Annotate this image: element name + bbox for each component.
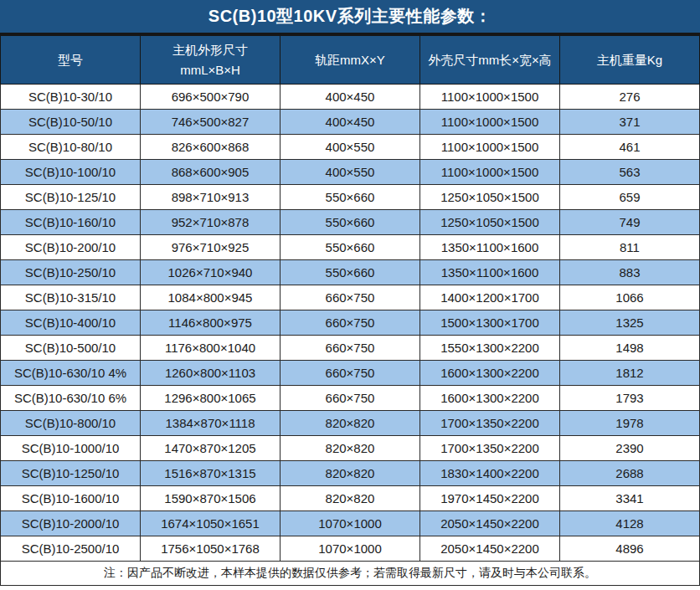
cell-shell-dimensions: 1250×1050×1500 [420, 185, 560, 210]
cell-weight: 4896 [560, 536, 700, 562]
cell-main-unit-dimensions: 1590×870×1506 [141, 486, 281, 511]
cell-model: SC(B)10-500/10 [1, 336, 141, 361]
table-row: SC(B)10-160/10952×710×878550×6601250×105… [1, 210, 700, 235]
column-header-label: 轨距mmX×Y [315, 53, 385, 67]
spec-sheet-page: SC(B)10型10KV系列主要性能参数： 型号 主机外形尺寸 mmL×B×H … [0, 0, 700, 590]
cell-weight: 659 [560, 185, 700, 210]
cell-rail-gauge: 1070×1000 [281, 536, 420, 562]
column-header-weight: 主机重量Kg [560, 36, 700, 85]
cell-weight: 1812 [560, 361, 700, 386]
column-header-sublabel: mmL×B×H [141, 60, 280, 80]
table-header: 型号 主机外形尺寸 mmL×B×H 轨距mmX×Y 外壳尺寸mm长×宽×高 主机… [1, 36, 700, 85]
cell-main-unit-dimensions: 1176×800×1040 [141, 336, 281, 361]
cell-rail-gauge: 550×660 [281, 210, 420, 235]
table-row: SC(B)10-500/101176×800×1040660×7501550×1… [1, 336, 700, 361]
cell-main-unit-dimensions: 976×710×925 [141, 235, 281, 260]
cell-rail-gauge: 400×550 [281, 135, 420, 160]
cell-model: SC(B)10-2000/10 [1, 511, 141, 536]
cell-main-unit-dimensions: 1084×800×945 [141, 285, 281, 310]
table-row: SC(B)10-800/101384×870×1118820×8201700×1… [1, 411, 700, 436]
column-header-label: 主机外形尺寸 [172, 43, 248, 57]
table-row: SC(B)10-630/10 6%1296×800×1065660×750160… [1, 386, 700, 411]
cell-rail-gauge: 550×660 [281, 235, 420, 260]
cell-weight: 883 [560, 260, 700, 285]
cell-weight: 3341 [560, 486, 700, 511]
cell-rail-gauge: 660×750 [281, 310, 420, 336]
cell-weight: 1793 [560, 386, 700, 411]
spec-table: 型号 主机外形尺寸 mmL×B×H 轨距mmX×Y 外壳尺寸mm长×宽×高 主机… [0, 35, 700, 562]
cell-model: SC(B)10-200/10 [1, 235, 141, 260]
cell-shell-dimensions: 1400×1200×1700 [420, 285, 560, 310]
column-header-shell-dimensions: 外壳尺寸mm长×宽×高 [420, 36, 560, 85]
cell-main-unit-dimensions: 898×710×913 [141, 185, 281, 210]
cell-model: SC(B)10-400/10 [1, 310, 141, 336]
cell-weight: 4128 [560, 511, 700, 536]
table-row: SC(B)10-50/10746×500×827400×4501100×1000… [1, 110, 700, 135]
cell-shell-dimensions: 1250×1050×1500 [420, 210, 560, 235]
cell-weight: 811 [560, 235, 700, 260]
cell-main-unit-dimensions: 1516×870×1315 [141, 461, 281, 486]
header-row: 型号 主机外形尺寸 mmL×B×H 轨距mmX×Y 外壳尺寸mm长×宽×高 主机… [1, 36, 700, 85]
cell-shell-dimensions: 1700×1350×2200 [420, 436, 560, 461]
cell-shell-dimensions: 1100×1000×1500 [420, 160, 560, 185]
cell-model: SC(B)10-125/10 [1, 185, 141, 210]
cell-main-unit-dimensions: 1674×1050×1651 [141, 511, 281, 536]
table-row: SC(B)10-400/101146×800×975660×7501500×13… [1, 310, 700, 336]
cell-weight: 563 [560, 160, 700, 185]
table-row: SC(B)10-1600/101590×870×1506820×8201970×… [1, 486, 700, 511]
cell-main-unit-dimensions: 1756×1050×1768 [141, 536, 281, 562]
cell-shell-dimensions: 1350×1100×1600 [420, 260, 560, 285]
cell-model: SC(B)10-80/10 [1, 135, 141, 160]
cell-model: SC(B)10-315/10 [1, 285, 141, 310]
cell-rail-gauge: 400×450 [281, 110, 420, 135]
cell-main-unit-dimensions: 868×600×905 [141, 160, 281, 185]
cell-model: SC(B)10-1250/10 [1, 461, 141, 486]
footnote-text: 注：因产品不断改进，本样本提供的数据仅供参考；若需取得最新尺寸，请及时与本公司联… [104, 566, 596, 581]
footnote: 注：因产品不断改进，本样本提供的数据仅供参考；若需取得最新尺寸，请及时与本公司联… [0, 562, 700, 586]
table-row: SC(B)10-1000/101470×870×1205820×8201700×… [1, 436, 700, 461]
cell-rail-gauge: 660×750 [281, 361, 420, 386]
column-header-label: 型号 [58, 53, 83, 67]
cell-main-unit-dimensions: 1026×710×940 [141, 260, 281, 285]
cell-rail-gauge: 550×660 [281, 185, 420, 210]
cell-weight: 749 [560, 210, 700, 235]
cell-shell-dimensions: 2050×1450×2200 [420, 536, 560, 562]
cell-shell-dimensions: 1700×1350×2200 [420, 411, 560, 436]
cell-weight: 461 [560, 135, 700, 160]
cell-rail-gauge: 820×820 [281, 461, 420, 486]
cell-weight: 1978 [560, 411, 700, 436]
table-row: SC(B)10-100/10868×600×905400×5501100×100… [1, 160, 700, 185]
cell-shell-dimensions: 1970×1450×2200 [420, 486, 560, 511]
cell-weight: 1498 [560, 336, 700, 361]
cell-rail-gauge: 660×750 [281, 386, 420, 411]
column-header-model: 型号 [1, 36, 141, 85]
column-header-label: 外壳尺寸mm长×宽×高 [428, 53, 552, 67]
table-row: SC(B)10-315/101084×800×945660×7501400×12… [1, 285, 700, 310]
cell-main-unit-dimensions: 696×500×790 [141, 85, 281, 110]
cell-shell-dimensions: 1350×1100×1600 [420, 235, 560, 260]
table-row: SC(B)10-80/10826×600×868400×5501100×1000… [1, 135, 700, 160]
column-header-main-unit-dimensions: 主机外形尺寸 mmL×B×H [141, 36, 281, 85]
cell-main-unit-dimensions: 1384×870×1118 [141, 411, 281, 436]
cell-weight: 2390 [560, 436, 700, 461]
page-title: SC(B)10型10KV系列主要性能参数： [208, 5, 492, 28]
cell-model: SC(B)10-30/10 [1, 85, 141, 110]
cell-rail-gauge: 400×450 [281, 85, 420, 110]
cell-model: SC(B)10-1000/10 [1, 436, 141, 461]
cell-weight: 371 [560, 110, 700, 135]
cell-main-unit-dimensions: 1296×800×1065 [141, 386, 281, 411]
cell-main-unit-dimensions: 1470×870×1205 [141, 436, 281, 461]
cell-shell-dimensions: 1100×1000×1500 [420, 85, 560, 110]
cell-rail-gauge: 660×750 [281, 285, 420, 310]
cell-shell-dimensions: 1830×1400×2200 [420, 461, 560, 486]
title-band: SC(B)10型10KV系列主要性能参数： [0, 0, 700, 35]
cell-main-unit-dimensions: 1260×800×1103 [141, 361, 281, 386]
cell-rail-gauge: 820×820 [281, 486, 420, 511]
cell-model: SC(B)10-50/10 [1, 110, 141, 135]
column-header-rail-gauge: 轨距mmX×Y [281, 36, 420, 85]
cell-shell-dimensions: 1600×1300×2200 [420, 386, 560, 411]
cell-main-unit-dimensions: 1146×800×975 [141, 310, 281, 336]
cell-rail-gauge: 1070×1000 [281, 511, 420, 536]
cell-rail-gauge: 820×820 [281, 436, 420, 461]
cell-shell-dimensions: 1550×1300×2200 [420, 336, 560, 361]
